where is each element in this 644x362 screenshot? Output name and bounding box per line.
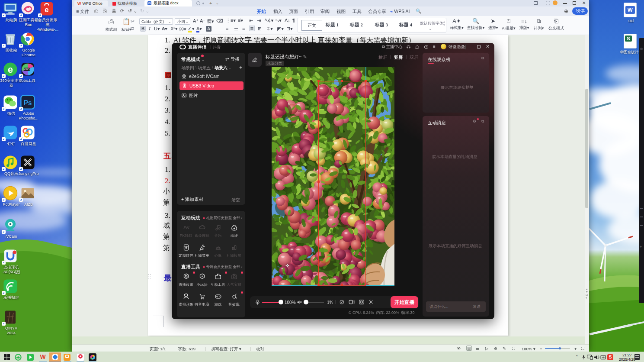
svg-text:e: e: [45, 6, 48, 14]
svg-text:OBS: OBS: [24, 68, 30, 71]
svg-text:e: e: [8, 64, 13, 75]
svg-text:e: e: [17, 355, 19, 359]
svg-text:PK: PK: [183, 225, 190, 230]
svg-text:Ps: Ps: [23, 99, 32, 107]
